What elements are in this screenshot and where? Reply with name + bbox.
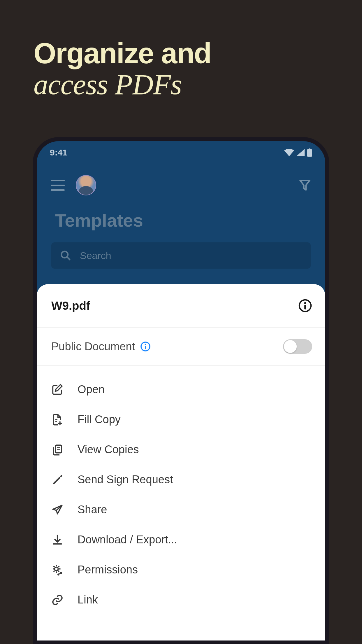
public-document-label: Public Document <box>51 340 135 353</box>
signal-icon <box>296 149 305 156</box>
menu-label: View Copies <box>78 443 139 456</box>
svg-rect-14 <box>55 445 61 453</box>
menu-icon[interactable] <box>51 180 65 191</box>
svg-point-18 <box>55 567 58 570</box>
page-title: Templates <box>37 204 325 242</box>
gear-share-icon <box>51 564 64 576</box>
public-info-icon[interactable] <box>140 341 151 352</box>
menu-list: Open Fill Copy View Copies Send Sign Req… <box>37 366 325 624</box>
menu-item-view-copies[interactable]: View Copies <box>37 435 325 465</box>
download-icon <box>51 534 64 546</box>
wifi-icon <box>284 149 294 156</box>
pen-nib-icon <box>51 474 64 486</box>
svg-rect-1 <box>309 148 310 150</box>
app-header <box>37 158 325 204</box>
link-icon <box>51 594 64 606</box>
svg-point-20 <box>57 573 59 575</box>
status-icons <box>284 148 312 157</box>
menu-label: Share <box>78 503 107 516</box>
menu-item-link[interactable]: Link <box>37 585 325 615</box>
avatar[interactable] <box>76 175 96 195</box>
svg-rect-9 <box>145 346 146 349</box>
svg-point-8 <box>145 344 146 345</box>
sheet-title: W9.pdf <box>51 299 90 312</box>
battery-icon <box>307 148 312 157</box>
edit-square-icon <box>51 384 64 396</box>
menu-label: Open <box>78 383 105 396</box>
menu-item-send-sign-request[interactable]: Send Sign Request <box>37 465 325 495</box>
copies-icon <box>51 444 64 456</box>
public-document-row: Public Document <box>37 328 325 366</box>
menu-item-download-export[interactable]: Download / Export... <box>37 525 325 555</box>
svg-rect-0 <box>307 149 312 157</box>
phone-frame: 9:41 Templates Search W9.pdf Public Docu… <box>33 137 329 644</box>
svg-rect-6 <box>304 305 306 309</box>
file-plus-icon <box>51 414 64 426</box>
hero-block: Organize and access PDFs <box>34 38 211 101</box>
menu-item-share[interactable]: Share <box>37 495 325 525</box>
search-placeholder: Search <box>80 250 111 261</box>
sheet-header: W9.pdf <box>37 284 325 328</box>
bottom-sheet: W9.pdf Public Document Open <box>37 284 325 640</box>
public-toggle[interactable] <box>283 339 312 354</box>
info-icon[interactable] <box>298 299 312 313</box>
svg-point-5 <box>304 302 306 304</box>
hero-line-1: Organize and <box>34 38 211 69</box>
menu-label: Download / Export... <box>78 533 177 546</box>
menu-label: Link <box>78 594 98 606</box>
svg-line-21 <box>59 573 60 574</box>
svg-point-19 <box>60 572 62 574</box>
menu-label: Send Sign Request <box>78 473 173 486</box>
hero-line-2: access PDFs <box>34 69 211 101</box>
status-bar: 9:41 <box>37 141 325 158</box>
menu-item-fill-copy[interactable]: Fill Copy <box>37 405 325 435</box>
menu-item-open[interactable]: Open <box>37 374 325 405</box>
filter-icon[interactable] <box>298 179 311 192</box>
svg-line-3 <box>67 257 70 260</box>
menu-item-permissions[interactable]: Permissions <box>37 555 325 585</box>
search-input[interactable]: Search <box>51 242 311 269</box>
status-time: 9:41 <box>50 148 67 158</box>
menu-label: Permissions <box>78 564 138 576</box>
menu-label: Fill Copy <box>78 413 121 426</box>
search-icon <box>60 250 71 261</box>
paper-plane-icon <box>51 504 64 516</box>
